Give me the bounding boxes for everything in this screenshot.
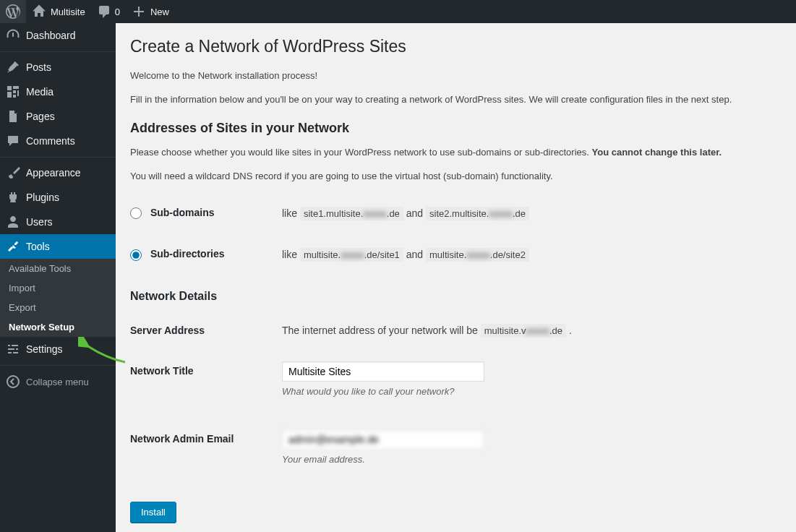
brush-icon (6, 166, 20, 180)
dashboard-icon (6, 28, 20, 43)
tools-submenu: Available Tools Import Export Network Se… (0, 259, 116, 337)
menu-label: Settings (26, 343, 63, 355)
network-title-desc: What would you like to call your network… (282, 385, 774, 399)
menu-label: Plugins (26, 192, 59, 203)
svg-point-0 (7, 376, 19, 387)
sub-item-network-setup[interactable]: Network Setup (0, 317, 116, 337)
subdirs-radio[interactable] (130, 249, 142, 261)
admin-email-input[interactable] (282, 429, 484, 450)
pin-icon (6, 60, 20, 74)
sub-item-available-tools[interactable]: Available Tools (0, 259, 116, 278)
sidebar-item-appearance[interactable]: Appearance (0, 160, 116, 185)
wordpress-icon (6, 4, 20, 19)
menu-label: Media (26, 86, 54, 98)
page-content: Create a Network of WordPress Sites Welc… (116, 23, 796, 532)
page-icon (6, 109, 20, 124)
comment-icon (6, 134, 20, 148)
install-button[interactable]: Install (130, 502, 176, 523)
sliders-icon (6, 342, 20, 356)
comments-link[interactable]: 0 (91, 0, 126, 23)
welcome-text: Welcome to the Network installation proc… (130, 69, 782, 83)
sidebar-item-media[interactable]: Media (0, 80, 116, 104)
subdirs-example: like multisite.xxxxx.de/site1 and multis… (275, 233, 782, 275)
sidebar-item-users[interactable]: Users (0, 210, 116, 234)
sub-item-export[interactable]: Export (0, 298, 116, 317)
subdomains-example: like site1.multisite.xxxxx.de and site2.… (275, 192, 782, 233)
user-icon (6, 215, 20, 229)
wrench-icon (6, 239, 20, 254)
menu-label: Posts (26, 61, 51, 73)
menu-label: Comments (26, 135, 75, 147)
comment-count: 0 (115, 7, 120, 17)
page-title: Create a Network of WordPress Sites (130, 30, 782, 59)
intro-text: Fill in the information below and you'll… (130, 93, 782, 107)
menu-label: Appearance (26, 167, 81, 179)
wp-logo-menu[interactable] (0, 0, 26, 23)
admin-toolbar: Multisite 0 New (0, 0, 796, 23)
server-address-value: The internet address of your network wil… (275, 310, 782, 351)
network-title-input[interactable] (282, 361, 484, 382)
sidebar-item-plugins[interactable]: Plugins (0, 185, 116, 210)
site-name-link[interactable]: Multisite (26, 0, 91, 23)
menu-label: Dashboard (26, 30, 76, 41)
sidebar-item-tools[interactable]: Tools (0, 234, 116, 259)
media-icon (6, 85, 20, 99)
subdomains-radio[interactable] (130, 207, 142, 219)
sub-item-import[interactable]: Import (0, 278, 116, 298)
address-options-table: Sub-domains like site1.multisite.xxxxx.d… (130, 192, 782, 275)
wildcard-note: You will need a wildcard DNS record if y… (130, 169, 782, 184)
comment-icon (97, 4, 111, 19)
addresses-desc: Please choose whether you would like sit… (130, 145, 782, 160)
admin-email-desc: Your email address. (282, 452, 774, 467)
addresses-heading: Addresses of Sites in your Network (130, 121, 782, 136)
collapse-menu[interactable]: Collapse menu (0, 369, 116, 395)
network-title-label: Network Title (130, 351, 275, 419)
sidebar-item-posts[interactable]: Posts (0, 55, 116, 80)
network-details-heading: Network Details (130, 290, 782, 303)
new-content-link[interactable]: New (126, 0, 175, 23)
sidebar-item-comments[interactable]: Comments (0, 129, 116, 153)
sidebar-item-settings[interactable]: Settings (0, 337, 116, 361)
subdirs-option[interactable]: Sub-directories (130, 248, 225, 259)
admin-sidebar: Dashboard Posts Media Pages Comments App… (0, 23, 116, 532)
plug-icon (6, 190, 20, 205)
sidebar-item-pages[interactable]: Pages (0, 104, 116, 129)
menu-label: Users (26, 216, 53, 228)
server-address-label: Server Address (130, 310, 275, 351)
collapse-label: Collapse menu (26, 377, 89, 387)
home-icon (32, 4, 46, 19)
site-name-text: Multisite (51, 7, 85, 17)
subdomains-option[interactable]: Sub-domains (130, 207, 215, 218)
network-details-table: Server Address The internet address of y… (130, 310, 782, 487)
plus-icon (132, 4, 146, 19)
admin-email-label: Network Admin Email (130, 419, 275, 487)
new-label: New (150, 7, 169, 17)
menu-label: Pages (26, 111, 55, 122)
collapse-icon (6, 374, 20, 389)
sidebar-item-dashboard[interactable]: Dashboard (0, 23, 116, 48)
menu-label: Tools (26, 241, 50, 252)
